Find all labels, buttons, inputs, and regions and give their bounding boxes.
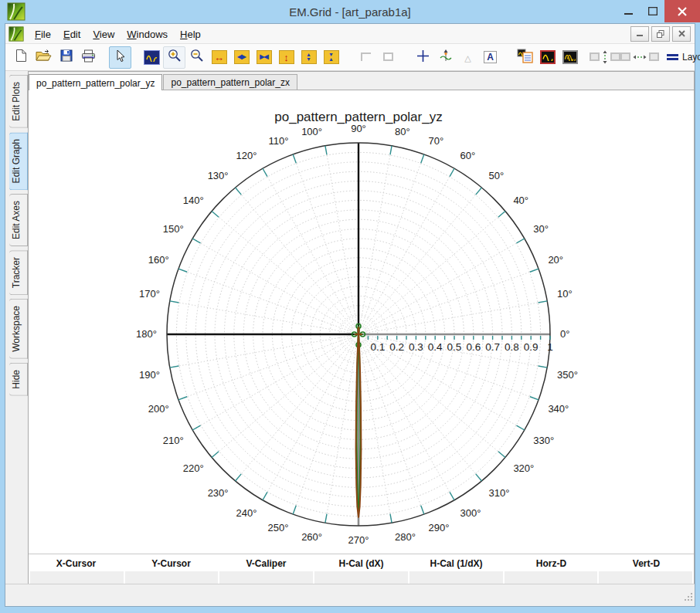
cross-icon [416, 49, 430, 66]
layout-menu-button[interactable]: Layout [661, 49, 700, 66]
svg-text:60°: 60° [460, 150, 476, 161]
menu-edit[interactable]: Edit [57, 26, 87, 42]
doc-tab-po_pattern_pattern_polar_yz[interactable]: po_pattern_pattern_polar_yz [29, 74, 162, 90]
svg-text:0.9: 0.9 [524, 341, 539, 353]
sidebar-tab-edit-graph[interactable]: Edit Graph [9, 132, 28, 190]
svg-text:0.6: 0.6 [466, 341, 481, 353]
axis-cursor-icon [439, 49, 453, 66]
pan-y-icon: ▲▼ [301, 50, 317, 64]
corner-tool-button [355, 46, 377, 69]
new-button[interactable] [10, 46, 32, 69]
align-v-icon [590, 50, 620, 65]
multi-curve-button[interactable] [559, 46, 581, 69]
expand-x-icon: ↔ [212, 50, 227, 64]
document-tab-bar: po_pattern_pattern_polar_yzpo_pattern_pa… [29, 72, 694, 90]
corner-icon [361, 50, 371, 64]
open-button[interactable] [32, 46, 55, 69]
polar-chart[interactable]: po_pattern_pattern_polar_yz0°10°20°30°40… [29, 90, 695, 554]
select-cursor-button[interactable] [109, 46, 131, 69]
menu-view[interactable]: View [87, 26, 121, 42]
pan-x-button[interactable]: ◀▶ [230, 46, 253, 69]
minimize-button[interactable] [617, 0, 641, 22]
sidebar-tab-workspace[interactable]: Workspace [9, 299, 28, 359]
zoom-out-button[interactable] [185, 46, 208, 69]
plot-window-button[interactable] [141, 46, 163, 69]
save-button[interactable] [55, 46, 77, 69]
triangle-marker-button: △ [457, 46, 479, 69]
cursor-col-header: V-Caliper [219, 556, 314, 571]
svg-text:310°: 310° [488, 487, 509, 499]
legend-button[interactable] [514, 46, 536, 69]
pan-y-button[interactable]: ▲▼ [297, 46, 320, 69]
svg-text:110°: 110° [268, 135, 288, 147]
svg-text:0.4: 0.4 [428, 341, 443, 353]
svg-text:160°: 160° [148, 254, 169, 266]
compress-x-icon: ▶◀ [257, 50, 272, 64]
pan-x-icon: ◀▶ [234, 50, 250, 64]
svg-text:260°: 260° [301, 531, 322, 543]
svg-text:280°: 280° [395, 531, 416, 543]
status-bar [5, 584, 695, 606]
svg-text:30°: 30° [533, 223, 549, 235]
mdi-close-button[interactable] [672, 26, 691, 42]
svg-text:90°: 90° [351, 123, 366, 134]
maximize-button[interactable] [641, 0, 664, 22]
print-button[interactable] [77, 46, 100, 69]
data-cursor-button[interactable] [434, 46, 457, 69]
compress-x-button[interactable]: ▶◀ [253, 46, 275, 69]
svg-text:130°: 130° [208, 170, 229, 181]
svg-text:270°: 270° [348, 534, 369, 546]
expand-x-button[interactable]: ↔ [208, 46, 230, 69]
zoom-in-button[interactable] [163, 46, 185, 69]
crosshair-button[interactable] [412, 46, 434, 69]
titlebar[interactable]: EM.Grid - [art_parab1a] [0, 0, 700, 23]
close-button[interactable] [664, 0, 700, 22]
text-tool-button[interactable]: A [479, 46, 501, 69]
svg-text:290°: 290° [429, 522, 450, 533]
curve-style-button[interactable] [536, 46, 559, 69]
svg-text:70°: 70° [429, 135, 444, 147]
sidebar-tab-hide[interactable]: Hide [9, 363, 28, 396]
sidebar-tab-edit-plots[interactable]: Edit Plots [9, 75, 28, 128]
toolbar: ↔◀▶▶◀↕▲▼▼▲△ALayout [5, 44, 695, 71]
svg-text:320°: 320° [513, 462, 534, 474]
svg-text:10°: 10° [557, 288, 573, 300]
mdi-minimize-button[interactable] [630, 26, 649, 42]
open-icon [36, 49, 52, 65]
text-a-icon: A [484, 51, 497, 63]
save-icon [60, 49, 73, 65]
svg-text:0.3: 0.3 [409, 341, 423, 353]
expand-y-button[interactable]: ↕ [275, 46, 297, 69]
align-vertical-button [593, 46, 616, 69]
mdi-restore-button[interactable] [651, 26, 670, 42]
svg-text:200°: 200° [148, 403, 169, 415]
window-title: EM.Grid - [art_parab1a] [0, 5, 700, 19]
svg-text:230°: 230° [208, 487, 229, 499]
cursor-col-header: Vert-D [599, 556, 694, 571]
svg-text:0°: 0° [560, 328, 569, 340]
menu-help[interactable]: Help [174, 26, 207, 42]
compress-y-button[interactable]: ▼▲ [320, 46, 342, 69]
svg-text:0.7: 0.7 [485, 341, 500, 353]
cursor-col-header: X-Cursor [29, 556, 124, 571]
svg-text:180°: 180° [136, 328, 157, 340]
svg-text:80°: 80° [395, 126, 410, 137]
chart-area[interactable]: po_pattern_pattern_polar_yz0°10°20°30°40… [29, 90, 694, 554]
svg-text:50°: 50° [488, 170, 504, 181]
svg-text:220°: 220° [183, 462, 204, 474]
align-h-icon [620, 50, 659, 64]
cursor-col-header: Horz-D [504, 556, 599, 571]
app-frame: FileEditViewWindowsHelp ↔◀▶▶◀↕▲▼▼▲△ALayo… [5, 23, 695, 607]
menu-windows[interactable]: Windows [121, 26, 174, 42]
doc-tab-po_pattern_pattern_polar_zx[interactable]: po_pattern_pattern_polar_zx [163, 74, 297, 90]
layout-label: Layout [682, 52, 700, 63]
svg-text:100°: 100° [301, 126, 322, 137]
resize-grip-icon[interactable] [685, 591, 693, 605]
menu-file[interactable]: File [29, 26, 57, 42]
sidebar-tab-edit-axes[interactable]: Edit Axes [9, 194, 28, 246]
sidebar-tab-tracker[interactable]: Tracker [9, 250, 28, 295]
svg-text:0.2: 0.2 [389, 341, 404, 353]
zoom-in-icon [168, 49, 182, 66]
svg-text:150°: 150° [163, 223, 184, 235]
wave-multi-icon [562, 50, 578, 64]
